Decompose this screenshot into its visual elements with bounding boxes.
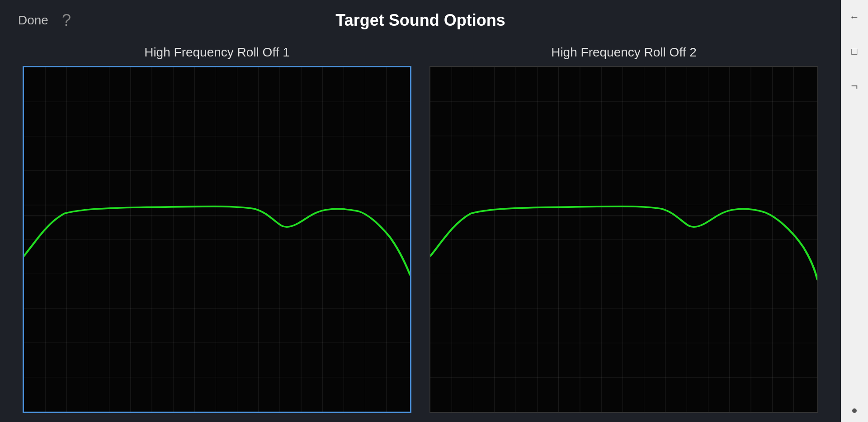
done-button[interactable]: Done xyxy=(18,13,48,28)
header: Done ? Target Sound Options xyxy=(0,0,841,41)
square-icon[interactable]: □ xyxy=(846,43,863,60)
back-icon[interactable]: ← xyxy=(846,9,863,25)
sidebar: ← □ ⌐ xyxy=(841,0,868,422)
chart1-box[interactable] xyxy=(23,66,411,413)
chart1-container: High Frequency Roll Off 1 xyxy=(23,45,411,413)
chart2-label: High Frequency Roll Off 2 xyxy=(551,45,697,60)
chart2-container: High Frequency Roll Off 2 xyxy=(429,45,818,413)
chart1-svg xyxy=(24,67,410,412)
help-button[interactable]: ? xyxy=(62,11,71,30)
main-content: Done ? Target Sound Options High Frequen… xyxy=(0,0,841,422)
chart2-svg xyxy=(430,67,817,412)
charts-area: High Frequency Roll Off 1 xyxy=(0,41,841,422)
chart2-box[interactable] xyxy=(429,66,818,413)
page-title: Target Sound Options xyxy=(335,11,505,30)
sidebar-dot xyxy=(852,408,857,413)
signal-icon[interactable]: ⌐ xyxy=(846,78,863,94)
chart1-label: High Frequency Roll Off 1 xyxy=(144,45,290,60)
